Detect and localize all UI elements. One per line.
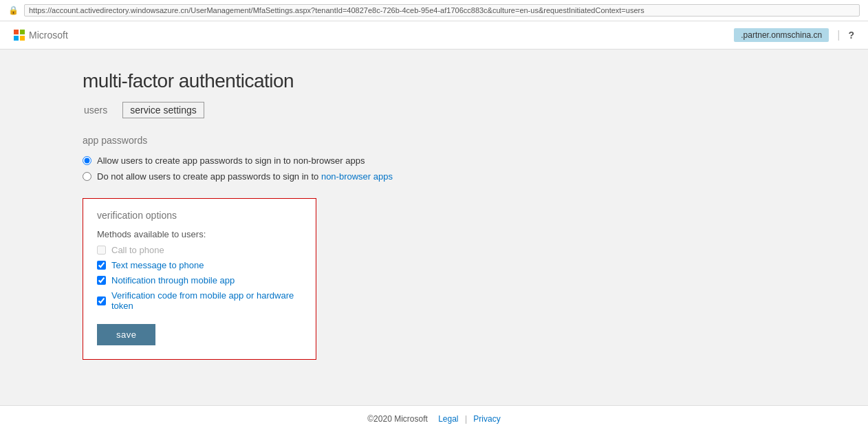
ms-logo-green <box>20 30 25 34</box>
app-passwords-title: app passwords <box>83 135 840 146</box>
save-button[interactable]: save <box>97 324 155 345</box>
ms-logo-yellow <box>20 36 25 41</box>
checkbox-text-message[interactable] <box>97 261 106 270</box>
radio-allow-label: Allow users to create app passwords to s… <box>97 155 365 166</box>
radio-allow: Allow users to create app passwords to s… <box>83 155 840 166</box>
footer-sep2: | <box>465 414 467 424</box>
header-divider: | <box>837 29 840 41</box>
url-bar: https://account.activedirectory.windowsa… <box>24 4 860 17</box>
methods-label: Methods available to users: <box>97 229 302 239</box>
ms-logo-text: Microsoft <box>29 30 68 41</box>
main-content: multi-factor authentication users servic… <box>0 50 868 421</box>
ms-logo-blue <box>14 36 19 41</box>
footer-copyright: ©2020 Microsoft <box>367 414 428 424</box>
checkbox-verification-code[interactable] <box>97 296 106 305</box>
tab-users[interactable]: users <box>83 102 109 118</box>
verification-title: verification options <box>97 210 302 221</box>
non-browser-link[interactable]: non-browser apps <box>321 171 393 182</box>
footer-privacy[interactable]: Privacy <box>473 414 500 424</box>
ms-logo-red <box>14 30 19 34</box>
ms-logo: Microsoft <box>14 30 68 41</box>
page-title: multi-factor authentication <box>83 70 840 92</box>
radio-disallow: Do not allow users to create app passwor… <box>83 171 840 182</box>
radio-allow-input[interactable] <box>83 156 91 165</box>
method-call-to-phone: Call to phone <box>97 245 302 255</box>
method-text-message: Text message to phone <box>97 260 302 270</box>
method-call-to-phone-label: Call to phone <box>111 245 164 255</box>
ms-header: Microsoft .partner.onmschina.cn | ? <box>0 21 868 50</box>
tabs: users service settings <box>83 102 840 118</box>
method-notification-mobile: Notification through mobile app <box>97 275 302 285</box>
help-icon[interactable]: ? <box>848 30 854 41</box>
verification-box: verification options Methods available t… <box>83 198 316 360</box>
footer-legal[interactable]: Legal <box>438 414 458 424</box>
app-passwords-options: Allow users to create app passwords to s… <box>83 155 840 182</box>
method-text-message-label: Text message to phone <box>111 260 204 270</box>
radio-disallow-input[interactable] <box>83 172 91 181</box>
checkbox-call-to-phone[interactable] <box>97 246 106 255</box>
browser-bar: 🔒 https://account.activedirectory.window… <box>0 0 868 21</box>
user-account: .partner.onmschina.cn <box>734 28 829 42</box>
ms-logo-squares <box>14 30 25 41</box>
method-verification-code: Verification code from mobile app or har… <box>97 290 302 311</box>
footer: ©2020 Microsoft Legal | Privacy <box>0 405 868 432</box>
method-notification-mobile-label: Notification through mobile app <box>111 275 235 285</box>
lock-icon: 🔒 <box>8 6 19 15</box>
radio-disallow-label: Do not allow users to create app passwor… <box>97 171 393 182</box>
checkbox-notification-mobile[interactable] <box>97 276 106 285</box>
header-right: .partner.onmschina.cn | ? <box>734 28 854 42</box>
radio-disallow-prefix: Do not allow users to create app passwor… <box>97 171 321 182</box>
tab-service-settings[interactable]: service settings <box>122 102 204 118</box>
method-verification-code-label: Verification code from mobile app or har… <box>111 290 302 311</box>
